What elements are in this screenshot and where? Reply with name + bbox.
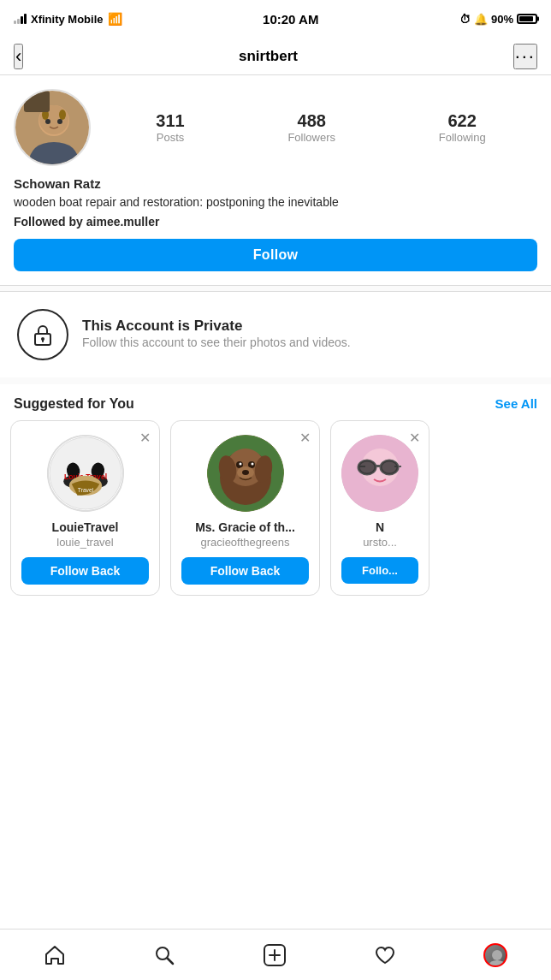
followed-by-prefix: Followed by	[14, 215, 86, 229]
svg-point-5	[45, 119, 50, 124]
suggested-card-2: ✕	[170, 420, 320, 596]
status-right: ⏱ 🔔 90%	[459, 13, 537, 26]
close-card-2-button[interactable]: ✕	[299, 430, 311, 446]
alarm-icon: 🔔	[474, 13, 488, 26]
home-icon	[44, 944, 66, 966]
bottom-nav	[0, 929, 551, 980]
svg-point-6	[57, 119, 62, 124]
svg-point-39	[358, 460, 376, 474]
svg-text:Travel: Travel	[77, 487, 93, 493]
stat-posts: 311 Posts	[156, 111, 184, 144]
svg-point-28	[239, 462, 241, 465]
svg-rect-10	[42, 339, 44, 342]
svg-line-42	[168, 958, 174, 964]
suggested-section: Suggested for You See All ✕ Louie Travel	[0, 384, 551, 609]
profile-header: 311 Posts 488 Followers 622 Following	[0, 75, 551, 176]
battery-indicator	[517, 14, 537, 24]
private-text: This Account is Private Follow this acco…	[82, 318, 351, 352]
suggested-card-1: ✕ Louie Travel Trav	[10, 420, 160, 596]
search-icon	[153, 944, 175, 966]
follow-back-button-3[interactable]: Follo...	[341, 557, 418, 584]
section-divider	[0, 285, 551, 292]
stat-followers: 488 Followers	[287, 111, 335, 144]
lock-icon	[31, 323, 55, 347]
nav-add[interactable]	[263, 943, 287, 967]
profile-avatar	[14, 89, 91, 166]
card-avatar-1: Louie Travel Travel	[47, 435, 124, 512]
followers-label: Followers	[287, 131, 335, 144]
card-username-3: ursto...	[363, 536, 397, 549]
nav-activity[interactable]	[374, 944, 396, 966]
svg-point-46	[492, 950, 502, 960]
nav-profile[interactable]	[483, 943, 507, 967]
close-card-3-button[interactable]: ✕	[409, 430, 420, 446]
stat-following: 622 Following	[439, 111, 486, 144]
follow-back-button-2[interactable]: Follow Back	[181, 557, 309, 585]
card-avatar-3	[341, 435, 418, 512]
back-button[interactable]: ‹	[14, 44, 23, 69]
more-options-button[interactable]: ···	[513, 44, 537, 69]
battery-icon: ⏱	[459, 13, 471, 26]
see-all-button[interactable]: See All	[495, 396, 537, 411]
profile-username-title: snirtbert	[239, 48, 298, 65]
card-avatar-2	[207, 435, 284, 512]
profile-avatar-icon	[485, 945, 507, 967]
followers-count: 488	[287, 111, 335, 131]
card-name-3: N	[376, 520, 384, 534]
bio-text: wooden boat repair and restoration: post…	[14, 194, 537, 211]
status-bar: Xfinity Mobile 📶 10:20 AM ⏱ 🔔 90%	[0, 0, 551, 38]
heart-icon	[374, 944, 396, 966]
suggested-card-3: ✕	[330, 420, 430, 596]
display-name: Schowan Ratz	[14, 176, 537, 191]
profile-stats: 311 Posts 488 Followers 622 Following	[104, 111, 537, 144]
card-name-1: LouieTravel	[52, 520, 119, 534]
bio-section: Schowan Ratz wooden boat repair and rest…	[0, 176, 551, 239]
nav-home[interactable]	[44, 944, 66, 966]
card-name-2: Ms. Gracie of th...	[195, 520, 295, 534]
svg-point-4	[59, 110, 66, 120]
followed-by-user: aimee.muller	[86, 215, 160, 229]
signal-icon	[14, 14, 27, 24]
private-account-desc: Follow this account to see their photos …	[82, 335, 351, 352]
add-icon	[263, 943, 287, 967]
status-time: 10:20 AM	[263, 12, 318, 27]
divider2	[0, 377, 551, 384]
follow-button-container: Follow	[0, 239, 551, 285]
suggested-header: Suggested for You See All	[0, 384, 551, 420]
suggested-scroll: ✕ Louie Travel Trav	[0, 420, 551, 609]
svg-point-29	[251, 462, 253, 465]
svg-rect-36	[376, 465, 381, 467]
nav-search[interactable]	[153, 944, 175, 966]
following-count: 622	[439, 111, 486, 131]
following-label: Following	[439, 131, 486, 144]
status-left: Xfinity Mobile 📶	[14, 12, 122, 26]
card-username-2: gracieofthegreens	[200, 536, 289, 549]
lock-icon-circle	[17, 309, 68, 360]
battery-percent: 90%	[491, 13, 513, 26]
card-username-1: louie_travel	[56, 536, 114, 549]
follow-back-button-1[interactable]: Follow Back	[21, 557, 149, 585]
follow-button[interactable]: Follow	[14, 239, 537, 271]
svg-point-40	[381, 460, 398, 474]
posts-count: 311	[156, 111, 184, 131]
close-card-1-button[interactable]: ✕	[139, 430, 151, 446]
top-nav: ‹ snirtbert ···	[0, 38, 551, 75]
followed-by: Followed by aimee.muller	[14, 215, 537, 229]
svg-point-31	[242, 470, 249, 475]
posts-label: Posts	[156, 131, 184, 144]
private-account-title: This Account is Private	[82, 318, 351, 335]
carrier-label: Xfinity Mobile	[31, 13, 104, 26]
suggested-title: Suggested for You	[14, 396, 134, 412]
wifi-icon: 📶	[108, 12, 122, 26]
svg-rect-7	[24, 91, 50, 112]
private-account-section: This Account is Private Follow this acco…	[0, 292, 551, 377]
